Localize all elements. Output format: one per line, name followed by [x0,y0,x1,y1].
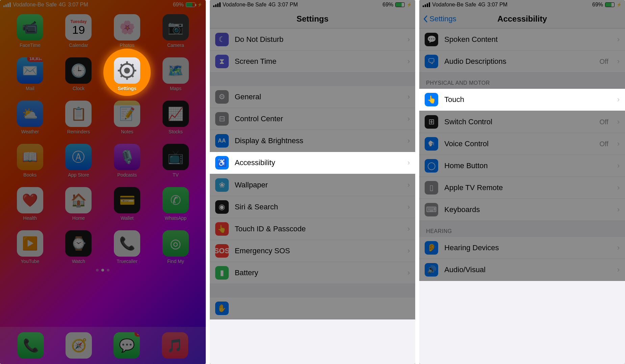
fingerprint-icon: 👆 [215,222,229,236]
siri-icon: ◉ [215,200,229,214]
app-calendar[interactable]: Tuesday 19 Calendar [55,14,102,48]
dock-messages[interactable]: 💬5 [114,332,140,359]
chevron-icon: › [617,161,620,170]
notes-icon: 📝 [114,101,140,127]
app-mail[interactable]: ✉️18,818Mail [7,57,53,91]
row-general[interactable]: ⚙General› [210,86,416,108]
dock-phone[interactable]: 📞 [18,332,44,359]
speaker-icon: 🔊 [425,263,438,277]
photos-icon: 🌸 [114,14,140,41]
home-button-icon: ◯ [425,159,438,173]
settings-screen: Vodafone-Be Safe 4G 3:07 PM 69% ⚡ Settin… [210,0,416,364]
chevron-icon: › [407,35,410,44]
row-appletv-remote[interactable]: ▯Apple TV Remote› [419,177,625,199]
chevron-icon: › [407,136,410,145]
app-camera[interactable]: 📷Camera [152,14,199,48]
app-whatsapp[interactable]: ✆WhatsApp [152,187,199,221]
app-truecaller[interactable]: 📞Truecaller [104,230,150,264]
row-display[interactable]: AADisplay & Brightness› [210,130,416,152]
app-facetime[interactable]: 📹FaceTime [7,14,53,48]
dock-music[interactable]: 🎵 [162,332,188,359]
row-controlcenter[interactable]: ⊟Control Center› [210,108,416,130]
sos-icon: SOS [215,244,229,258]
chevron-icon: › [407,93,410,101]
toggles-icon: ⊟ [215,112,229,126]
battery-icon [395,2,405,7]
chevron-icon: › [407,57,410,66]
truecaller-icon: 📞 [114,230,140,257]
app-watch[interactable]: ⌚Watch [55,230,102,264]
row-touchid[interactable]: 👆Touch ID & Passcode› [210,218,416,240]
app-grid: 📹FaceTime Tuesday 19 Calendar 🌸Photos 📷C… [0,9,206,264]
row-home-button[interactable]: ◯Home Button› [419,155,625,177]
findmy-icon: ◎ [162,230,189,257]
weather-icon: ⛅ [17,101,43,127]
row-dnd[interactable]: ☾Do Not Disturb› [210,28,416,51]
row-accessibility[interactable]: ♿Accessibility› [210,152,416,174]
time-label: 3:07 PM [68,2,88,8]
app-notes[interactable]: 📝Notes [104,101,150,134]
row-screentime[interactable]: ⧗Screen Time› [210,51,416,73]
dock-safari[interactable]: 🧭 [66,332,92,359]
privacy-icon: ✋ [215,302,229,315]
row-keyboards[interactable]: ⌨Keyboards› [419,199,625,221]
row-audio-desc[interactable]: 🗨Audio DescriptionsOff› [419,51,625,73]
app-weather[interactable]: ⛅Weather [7,101,53,134]
chevron-icon: › [617,205,620,214]
row-battery[interactable]: ▮Battery› [210,262,416,284]
app-appstore[interactable]: ⒶApp Store [55,144,102,178]
nav-title: Settings [210,9,416,28]
row-touch[interactable]: 👆Touch› [419,89,625,111]
health-icon: ❤️ [17,187,43,213]
row-hearing-devices[interactable]: 👂Hearing Devices› [419,237,625,259]
battery-row-icon: ▮ [215,266,229,280]
phone-icon: 📞 [18,332,44,359]
books-icon: 📖 [17,144,43,170]
youtube-icon: ▶️ [17,230,43,257]
svg-point-1 [124,68,130,73]
carrier-label: Vodafone-Be Safe [13,2,57,8]
app-tv[interactable]: 📺TV [152,144,199,178]
row-audio-visual[interactable]: 🔊Audio/Visual› [419,259,625,281]
chevron-icon: › [407,203,410,211]
hourglass-icon: ⧗ [215,55,229,68]
row-siri[interactable]: ◉Siri & Search› [210,196,416,218]
facetime-icon: 📹 [17,14,43,41]
row-spoken-content[interactable]: 💬Spoken Content› [419,28,625,51]
back-button[interactable]: Settings [423,15,456,23]
charging-icon: ⚡ [617,2,622,7]
app-podcasts[interactable]: 🎙️Podcasts [104,144,150,178]
app-youtube[interactable]: ▶️YouTube [7,230,53,264]
row-switch-control[interactable]: ⊞Switch ControlOff› [419,111,625,133]
row-sos[interactable]: SOSEmergency SOS› [210,240,416,262]
row-wallpaper[interactable]: ❀Wallpaper› [210,174,416,196]
row-voice-control[interactable]: 🗣Voice ControlOff› [419,133,625,155]
music-icon: 🎵 [162,332,188,359]
row-partial[interactable]: ✋ [210,297,416,319]
accessibility-icon: ♿ [215,156,229,170]
reminders-icon: 📋 [65,101,92,127]
battery-pct: 69% [173,2,184,8]
app-maps[interactable]: 🗺️Maps [152,57,199,91]
chevron-left-icon [423,15,428,23]
app-wallet[interactable]: 💳Wallet [104,187,150,221]
signal-icon [423,2,430,7]
section-physical-motor: PHYSICAL AND MOTOR [419,73,625,89]
app-home[interactable]: 🏠Home [55,187,102,221]
ear-icon: 👂 [425,241,438,255]
app-photos[interactable]: 🌸Photos [104,14,150,48]
stocks-icon: 📈 [162,101,189,127]
app-clock[interactable]: 🕒Clock [55,57,102,91]
page-dots[interactable] [0,269,206,271]
app-findmy[interactable]: ◎Find My [152,230,199,264]
app-stocks[interactable]: 📈Stocks [152,101,199,134]
gear-icon [117,60,138,81]
messages-badge: 5 [134,332,140,337]
app-settings[interactable]: Settings [104,57,150,91]
app-health[interactable]: ❤️Health [7,187,53,221]
app-reminders[interactable]: 📋Reminders [55,101,102,134]
moon-icon: ☾ [215,33,229,46]
appstore-icon: Ⓐ [65,144,92,170]
battery-icon [605,2,615,7]
app-books[interactable]: 📖Books [7,144,53,178]
